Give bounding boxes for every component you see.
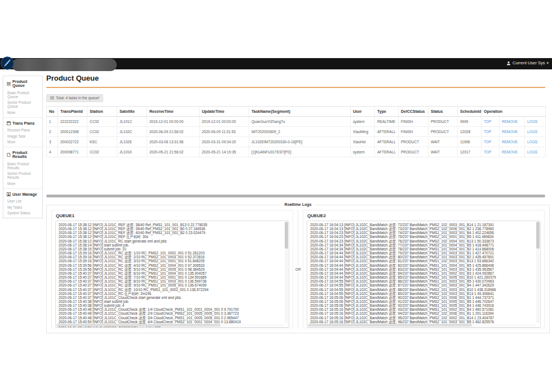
table-row: 1 222222222 CC02 JL101C 2019-12-01 00:00… <box>47 117 546 127</box>
cell-no: 4 <box>47 147 58 157</box>
col-transplanid: TransPlanId <box>58 107 87 117</box>
sidebar-item[interactable]: Basic Product Queue <box>7 89 39 99</box>
sidebar-title-trans-plans[interactable]: Trans Plans <box>7 121 39 125</box>
logs-link[interactable]: LOGS <box>527 150 537 154</box>
col-type: Type <box>375 107 399 117</box>
caret-down-icon: ▾ <box>546 61 549 65</box>
cell-scheduleid: 11996 <box>458 137 482 147</box>
cell-user: system <box>351 117 375 127</box>
log-line: 2020-06-17 15:40:37 [INFO] JL101C_RC 进度:… <box>59 271 282 275</box>
log-line: 2020-06-17 16:04:23 [INFO] JL102C_BandMa… <box>310 231 533 235</box>
table-body: 1 222222222 CC02 JL101C 2019-12-01 00:00… <box>47 117 546 157</box>
cell-updatetime: 2020-03-31 09:34:20 <box>200 137 249 147</box>
cell-station: CC02 <box>87 127 117 137</box>
main-content: Product Queue Total: 4 tasks in the queu… <box>46 74 545 157</box>
sidebar-title-product-results[interactable]: Product Results <box>7 151 39 158</box>
col-deiccstatus: DeICCStatus <box>399 107 429 117</box>
sidebar-item[interactable]: User List <box>7 197 39 204</box>
remove-link[interactable]: REMOVE <box>502 130 518 134</box>
queue2-vertical-scrollbar[interactable] <box>536 222 540 323</box>
realtime-logs-title: Realtime Logs <box>281 202 315 206</box>
sidebar-title-user-manage[interactable]: User Manage <box>7 192 39 196</box>
log-line: 2020-06-17 15:40:37 [INFO] JL101C_RC 生产耗… <box>59 292 282 296</box>
log-line: 2020-06-17 16:04:44 [INFO] JL102C_BandMa… <box>310 267 533 271</box>
cell-user: XiaoMing <box>351 127 375 137</box>
log-line: 2020-06-17 16:04:23 [INFO] JL102C_BandMa… <box>310 235 533 239</box>
sidebar-title-product-queue[interactable]: Product Queue <box>7 80 39 87</box>
queue1-horizontal-scrollbar[interactable] <box>56 324 284 327</box>
sidebar-item[interactable]: System Status <box>7 209 39 215</box>
logs-link[interactable]: LOGS <box>527 140 537 144</box>
queue2-horizontal-scrollbar[interactable] <box>308 324 536 327</box>
list-icon <box>7 82 11 86</box>
cell-type: AFTERALL <box>375 127 399 137</box>
col-scheduleid: ScheduleId <box>458 107 482 117</box>
sidebar-section-user-manage: User Manage User ListMy TasksSystem Stat… <box>3 189 42 218</box>
log-line: 2020-06-17 15:40:38 [INFO] start submit … <box>59 299 282 303</box>
col-receivetime: ReceiveTime <box>147 107 200 117</box>
log-line: 2020-06-17 15:38:12 [INFO] JL101C_RC sta… <box>59 239 282 243</box>
current-user-menu[interactable]: Current User Sys ▾ <box>506 60 549 65</box>
cell-status: WAIT <box>429 137 458 147</box>
table-row: 2 200012398 CC02 JL102C 2020-06-09 21:56… <box>47 127 546 137</box>
remove-link[interactable]: REMOVE <box>502 150 518 154</box>
sidebar-item[interactable]: More <box>7 108 39 114</box>
log-line: 2020-06-17 16:04:55 [INFO] JL102C_BandMa… <box>310 283 533 287</box>
log-line: 2020-06-17 16:04:23 [INFO] JL102C_BandMa… <box>310 239 533 243</box>
log-line: 2020-06-17 16:04:44 [INFO] JL102C_BandMa… <box>310 275 533 279</box>
table-row: 4 200098771 CC02 JL101K 2020-05-21 21:56… <box>47 147 546 157</box>
cell-satellite: JL101C <box>117 117 147 127</box>
logs-link[interactable]: LOGS <box>527 120 537 124</box>
top-link[interactable]: TOP <box>484 120 491 124</box>
table-header: No TransPlanId Station Satellite Receive… <box>47 107 546 117</box>
log-line: 2020-06-17 15:39:56 [INFO] JL101C_RC 进度:… <box>59 263 282 267</box>
queue2-log-box[interactable]: 2020-06-17 16:04:13 [INFO] JL102C_BandMa… <box>307 221 541 328</box>
cell-updatetime: 2019-12-01 00:00:00 <box>200 117 249 127</box>
col-no: No <box>47 107 58 117</box>
top-link[interactable]: TOP <box>484 150 491 154</box>
table-horizontal-scrollbar[interactable] <box>46 195 545 197</box>
col-user: User <box>351 107 375 117</box>
cell-taskname: QuanGuoYiZhangTu <box>249 117 351 127</box>
top-link[interactable]: TOP <box>484 140 491 144</box>
cell-receivetime: 2020-06-09 21:56:02 <box>147 127 200 137</box>
log-line: 2020-06-17 15:39:56 [INFO] JL101C_RC 进度:… <box>59 267 282 271</box>
sidebar-item[interactable]: Senior Product Queue <box>7 99 39 109</box>
log-line: 2020-06-17 15:40:48 [INFO] JL101C_CloudC… <box>59 311 282 315</box>
product-queue-table: No TransPlanId Station Satellite Receive… <box>46 106 546 157</box>
log-line: 2020-06-17 15:38:14 [INFO] start submit … <box>59 243 282 247</box>
sidebar-item[interactable]: More <box>7 138 39 144</box>
sidebar-item[interactable]: Basic Product Results <box>7 160 39 170</box>
cell-no: 1 <box>47 117 58 127</box>
remove-link[interactable]: REMOVE <box>502 140 518 144</box>
user-icon <box>506 61 511 65</box>
page-title: Product Queue <box>46 74 545 82</box>
sidebar-section-product-queue: Product Queue Basic Product QueueSenior … <box>3 76 42 118</box>
user-icon <box>7 192 11 196</box>
sidebar-item[interactable]: My Tasks <box>7 203 39 209</box>
calendar-icon <box>7 121 11 125</box>
queue1-log-box[interactable]: 2020-06-17 15:38:12 [INFO] JL101C_REF 进度… <box>55 221 289 328</box>
cell-station: CC02 <box>87 117 117 127</box>
sidebar-item[interactable]: Receive Plans <box>7 126 39 133</box>
log-line: 2020-06-17 16:04:13 [INFO] JL102C_BandMa… <box>310 227 533 231</box>
remove-link[interactable]: REMOVE <box>502 120 518 124</box>
log-line: 2020-06-17 15:40:37 [INFO] JL101C_CloudC… <box>59 296 282 299</box>
redacted-app-title <box>12 59 117 71</box>
log-line: 2020-06-17 15:39:16 [INFO] JL101C_RC 进度:… <box>59 251 282 255</box>
app-logo-icon <box>1 56 14 70</box>
cell-status: WAIT <box>429 147 458 157</box>
cell-taskname: IMT202000609_2 <box>249 127 351 137</box>
queue2-title: QUEUE2 <box>307 213 541 218</box>
top-link[interactable]: TOP <box>484 130 491 134</box>
queue1-vertical-scrollbar[interactable] <box>285 222 288 323</box>
sidebar-item[interactable]: Image Task <box>7 132 39 138</box>
sidebar-section-trans-plans: Trans Plans Receive PlansImage TaskMore <box>3 118 42 148</box>
sidebar-item[interactable]: Senior Product Results <box>7 170 39 180</box>
log-line: 2020-06-17 15:38:12 [INFO] JL101C_REF 进度… <box>59 227 282 231</box>
queue-panel: Total: 4 tasks in the queue! No TransPla… <box>46 87 545 157</box>
sidebar-item[interactable]: More <box>7 179 39 186</box>
cell-scheduleid: 12028 <box>458 127 482 137</box>
cell-satellite: JL101K <box>117 147 147 157</box>
logs-link[interactable]: LOGS <box>527 130 537 134</box>
